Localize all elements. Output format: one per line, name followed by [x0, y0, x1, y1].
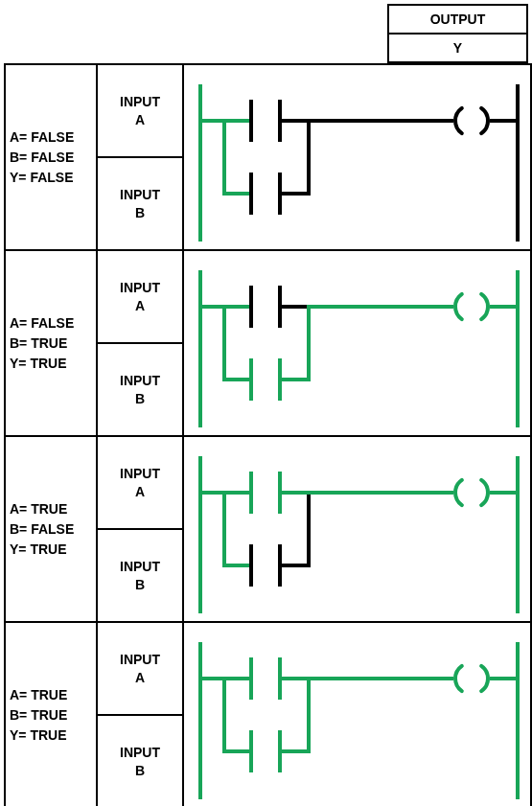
state-b: B= FALSE — [10, 519, 96, 540]
state-values: A= TRUEB= TRUEY= TRUE — [6, 623, 98, 806]
input-labels: INPUTAINPUTB — [98, 251, 184, 435]
state-values: A= FALSEB= FALSEY= FALSE — [6, 65, 98, 249]
ladder-rung — [184, 437, 530, 621]
state-b: B= TRUE — [10, 705, 96, 725]
state-y: Y= FALSE — [10, 168, 96, 188]
input-a-label: INPUTA — [98, 251, 182, 344]
state-b: B= FALSE — [10, 148, 96, 168]
truth-table-row: A= TRUEB= TRUEY= TRUEINPUTAINPUTB — [6, 621, 530, 806]
output-header-label: OUTPUT — [387, 4, 528, 33]
input-labels: INPUTAINPUTB — [98, 65, 184, 249]
state-values: A= TRUEB= FALSEY= TRUE — [6, 437, 98, 621]
input-a-label: INPUTA — [98, 65, 182, 158]
input-b-label: INPUTB — [98, 158, 182, 249]
state-a: A= TRUE — [10, 685, 96, 705]
input-b-label: INPUTB — [98, 716, 182, 806]
input-labels: INPUTAINPUTB — [98, 623, 184, 806]
state-a: A= TRUE — [10, 499, 96, 519]
state-a: A= FALSE — [10, 127, 96, 148]
state-y: Y= TRUE — [10, 540, 96, 560]
input-labels: INPUTAINPUTB — [98, 437, 184, 621]
output-y-label: Y — [387, 33, 528, 63]
state-b: B= TRUE — [10, 334, 96, 354]
ladder-rung — [184, 623, 530, 806]
state-a: A= FALSE — [10, 313, 96, 334]
input-b-label: INPUTB — [98, 344, 182, 435]
input-b-label: INPUTB — [98, 530, 182, 621]
input-a-label: INPUTA — [98, 437, 182, 530]
ladder-rung — [184, 65, 530, 249]
truth-table-row: A= FALSEB= TRUEY= TRUEINPUTAINPUTB — [6, 249, 530, 435]
state-y: Y= TRUE — [10, 725, 96, 746]
ladder-logic-table: A= FALSEB= FALSEY= FALSEINPUTAINPUTBA= F… — [4, 63, 532, 806]
input-a-label: INPUTA — [98, 623, 182, 716]
truth-table-row: A= TRUEB= FALSEY= TRUEINPUTAINPUTB — [6, 435, 530, 621]
truth-table-row: A= FALSEB= FALSEY= FALSEINPUTAINPUTB — [6, 63, 530, 249]
state-values: A= FALSEB= TRUEY= TRUE — [6, 251, 98, 435]
state-y: Y= TRUE — [10, 354, 96, 374]
ladder-rung — [184, 251, 530, 435]
